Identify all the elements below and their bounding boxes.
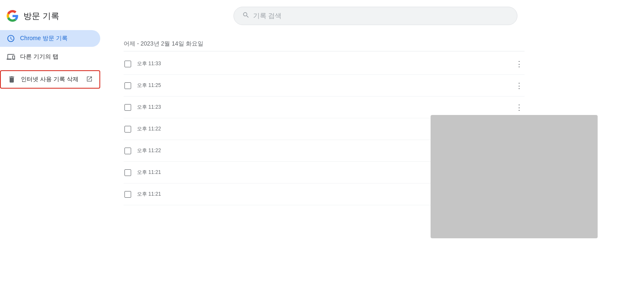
more-options-icon[interactable]: ⋮	[514, 58, 525, 70]
search-bar	[233, 7, 517, 25]
checkbox-wrapper	[124, 147, 132, 155]
sidebar-title: 방문 기록	[0, 7, 107, 28]
search-input[interactable]	[253, 12, 509, 20]
checkbox-wrapper	[124, 82, 132, 90]
search-icon	[242, 11, 250, 20]
history-item: 오후 11:33 ⋮	[124, 53, 525, 75]
date-heading: 어제 - 2023년 2월 14일 화요일	[124, 35, 525, 51]
time-label: 오후 11:22	[137, 125, 164, 133]
thumbnail-placeholder	[431, 115, 598, 238]
checkbox-wrapper	[124, 168, 132, 177]
google-logo-icon	[7, 10, 18, 22]
external-link-icon	[86, 76, 93, 84]
time-label: 오후 11:22	[137, 147, 164, 154]
checkbox-wrapper	[124, 103, 132, 112]
history-item-checkbox[interactable]	[124, 169, 131, 176]
time-label: 오후 11:23	[137, 104, 164, 111]
delete-history-label: 인터넷 사용 기록 삭제	[21, 76, 79, 83]
page-title: 방문 기록	[23, 10, 59, 22]
item-actions: ⋮	[514, 101, 525, 114]
delete-history-button[interactable]: 인터넷 사용 기록 삭제	[0, 70, 100, 89]
sidebar: 방문 기록 Chrome 방문 기록 다른 기기의 탭 인터넷 사용 기록 삭제	[0, 0, 107, 301]
trash-icon	[8, 75, 16, 84]
sidebar-item-chrome-history-label: Chrome 방문 기록	[20, 35, 68, 42]
item-actions: ⋮	[514, 79, 525, 92]
more-options-icon[interactable]: ⋮	[514, 79, 525, 92]
checkbox-wrapper	[124, 125, 132, 133]
main-content: 어제 - 2023년 2월 14일 화요일 오후 11:33 ⋮	[107, 0, 644, 301]
history-item-checkbox[interactable]	[124, 191, 131, 198]
time-label: 오후 11:21	[137, 169, 164, 176]
devices-icon	[7, 53, 15, 61]
checkbox-wrapper	[124, 190, 132, 199]
search-bar-wrapper	[124, 0, 627, 35]
history-items-container: 오후 11:33 ⋮ 오후 11:25 ⋮	[124, 53, 525, 205]
item-actions: ⋮	[514, 58, 525, 70]
time-label: 오후 11:21	[137, 191, 164, 198]
history-item-checkbox[interactable]	[124, 126, 131, 133]
history-section: 어제 - 2023년 2월 14일 화요일 오후 11:33 ⋮	[124, 35, 525, 205]
history-item-checkbox[interactable]	[124, 82, 131, 89]
sidebar-item-other-devices[interactable]: 다른 기기의 탭	[0, 48, 100, 65]
sidebar-item-chrome-history[interactable]: Chrome 방문 기록	[0, 30, 100, 47]
history-item-checkbox[interactable]	[124, 148, 131, 154]
history-item-checkbox[interactable]	[124, 104, 131, 111]
time-label: 오후 11:33	[137, 60, 164, 67]
history-item: 오후 11:25 ⋮	[124, 75, 525, 97]
more-options-icon[interactable]: ⋮	[514, 101, 525, 114]
clock-icon	[7, 34, 15, 43]
checkbox-wrapper	[124, 60, 132, 68]
time-label: 오후 11:25	[137, 82, 164, 89]
history-item-checkbox[interactable]	[124, 61, 131, 67]
sidebar-item-other-devices-label: 다른 기기의 탭	[20, 53, 58, 61]
